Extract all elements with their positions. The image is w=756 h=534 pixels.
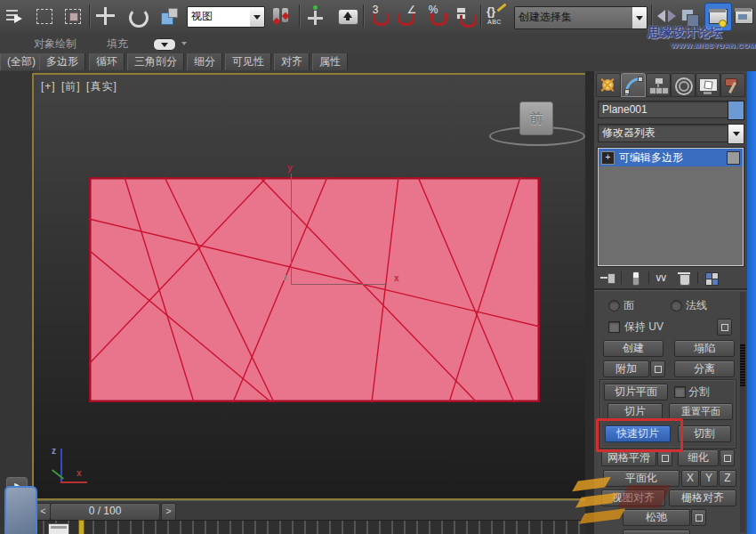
detach-button[interactable]: 分离: [674, 360, 735, 377]
tab-motion-icon[interactable]: [671, 73, 696, 97]
reference-coordinate-dropdown[interactable]: 视图: [187, 6, 265, 28]
named-selection-sets-icon[interactable]: {} ABC: [485, 4, 510, 28]
tab-modify-icon[interactable]: [621, 73, 646, 97]
stack-onoff-icon[interactable]: [727, 151, 740, 165]
stack-expand-icon[interactable]: +: [601, 151, 615, 165]
ribbon-populate[interactable]: 填充: [107, 36, 128, 52]
preserve-uv-settings-icon[interactable]: [717, 319, 732, 336]
tab-hierarchy-icon[interactable]: [646, 73, 671, 97]
modifier-list-arrow-icon[interactable]: [728, 124, 744, 144]
stack-item-editable-poly[interactable]: + 可编辑多边形: [599, 149, 743, 166]
viewport-menu-shading[interactable]: [真实]: [86, 80, 117, 93]
panel-scrollbar-thumb[interactable]: [740, 344, 745, 386]
snap-toggle-3-icon[interactable]: 3: [366, 4, 391, 28]
select-rotate-icon[interactable]: [125, 4, 149, 28]
view-align-button[interactable]: 视图对齐: [601, 490, 665, 506]
slice-plane-button[interactable]: 切片平面: [604, 384, 668, 400]
ribbon-object-paint[interactable]: 对象绘制: [34, 36, 76, 52]
remove-modifier-icon[interactable]: [676, 270, 692, 286]
clipped-button[interactable]: [623, 530, 690, 534]
planar-x-button[interactable]: X: [681, 470, 699, 487]
planar-y-button[interactable]: Y: [700, 470, 718, 487]
percent-snap-icon[interactable]: %: [423, 4, 448, 28]
tab-display-icon[interactable]: [696, 73, 720, 97]
prev-frame-button[interactable]: <: [36, 503, 51, 521]
tessellate-button[interactable]: 细化: [678, 449, 719, 466]
annotation-highlight-box: [596, 418, 683, 452]
select-by-name-icon[interactable]: [2, 4, 27, 28]
object-name-field[interactable]: Plane001: [598, 101, 729, 118]
select-move-icon[interactable]: [92, 4, 117, 28]
tab-loop[interactable]: 循环: [89, 53, 125, 70]
select-scale-icon[interactable]: [157, 4, 181, 28]
chevron-down-icon[interactable]: [250, 7, 264, 27]
select-manipulate-icon[interactable]: [303, 4, 328, 28]
constraint-normal-radio[interactable]: [671, 300, 682, 312]
modifier-stack: + 可编辑多边形: [598, 148, 744, 266]
tab-properties[interactable]: 属性: [312, 53, 348, 70]
tab-utilities-icon[interactable]: [720, 73, 745, 97]
plane-object[interactable]: [89, 177, 540, 402]
constraint-face-label: 面: [623, 299, 634, 312]
mini-curve-editor-icon[interactable]: [48, 523, 69, 534]
spinner-snap-icon[interactable]: [452, 4, 477, 28]
make-planar-button[interactable]: 平面化: [603, 470, 680, 487]
corner-blue-button[interactable]: [4, 486, 37, 534]
mirror-icon[interactable]: [655, 4, 680, 28]
split-checkbox[interactable]: [674, 386, 686, 398]
time-slider-marker[interactable]: [78, 520, 84, 534]
panel-divider: [594, 288, 747, 290]
angle-snap-icon[interactable]: ∠: [395, 4, 420, 28]
next-frame-button[interactable]: >: [161, 503, 176, 521]
rectangular-selection-icon[interactable]: [32, 4, 57, 28]
tab-visibility[interactable]: 可见性: [225, 53, 271, 70]
attach-settings-icon[interactable]: [650, 360, 665, 377]
viewport-front[interactable]: [+] [前] [真实] 前 y z x z x: [32, 73, 587, 500]
chevron-down-icon[interactable]: [181, 42, 187, 45]
show-end-result-icon[interactable]: [627, 270, 643, 286]
viewcube[interactable]: 前: [519, 101, 553, 135]
make-unique-icon[interactable]: ∨∨: [655, 270, 671, 286]
collapse-button[interactable]: 塌陷: [674, 340, 735, 357]
named-selection-dropdown[interactable]: 创建选择集: [514, 6, 647, 29]
viewport-menu-general[interactable]: [+]: [41, 80, 56, 93]
object-color-swatch[interactable]: [728, 101, 744, 120]
stack-toolbar: ∨∨: [599, 269, 742, 287]
cut-button[interactable]: 切割: [678, 425, 731, 442]
tab-align[interactable]: 对齐: [274, 53, 310, 70]
command-panel: Plane001 修改器列表 + 可编辑多边形 ∨∨: [594, 71, 747, 534]
pin-stack-icon[interactable]: [599, 270, 615, 286]
rendered-frame-icon[interactable]: [732, 3, 755, 29]
preserve-uv-checkbox[interactable]: [608, 321, 620, 333]
attach-button[interactable]: 附加: [603, 360, 649, 377]
configure-modifier-sets-icon[interactable]: [704, 270, 720, 286]
use-pivot-center-icon[interactable]: [269, 4, 294, 28]
relax-button[interactable]: 松弛: [623, 509, 690, 526]
tab-all[interactable]: (全部): [0, 53, 43, 70]
ribbon-minimize-icon[interactable]: [153, 38, 176, 51]
world-axis-x-label: x: [76, 468, 82, 478]
grid-align-button[interactable]: 栅格对齐: [669, 490, 736, 506]
constraint-face-radio[interactable]: [608, 300, 620, 312]
align-icon[interactable]: [678, 4, 703, 28]
panel-scrollbar[interactable]: [740, 292, 745, 532]
keyboard-override-icon[interactable]: [335, 4, 360, 28]
tab-subdivide[interactable]: 细分: [187, 53, 222, 70]
window-crossing-icon[interactable]: [60, 4, 85, 28]
planar-z-button[interactable]: Z: [719, 470, 736, 487]
tab-triangulate[interactable]: 三角剖分: [127, 53, 184, 70]
constraint-normal-label: 法线: [686, 299, 707, 312]
panel-gap: [585, 71, 594, 534]
create-button[interactable]: 创建: [603, 340, 664, 357]
modifier-list-dropdown[interactable]: 修改器列表: [598, 124, 731, 142]
relax-settings-icon[interactable]: [691, 509, 706, 526]
chevron-down-icon[interactable]: [632, 7, 647, 28]
tab-polygon[interactable]: 多边形: [39, 53, 85, 70]
time-slider[interactable]: 0 / 100: [50, 503, 160, 521]
viewport-menu-view[interactable]: [前]: [61, 80, 81, 93]
preserve-uv-label: 保持 UV: [624, 320, 664, 333]
render-setup-icon[interactable]: [704, 3, 732, 31]
local-axis-y-line: [291, 174, 292, 285]
tessellate-settings-icon[interactable]: [720, 449, 735, 466]
tab-create-icon[interactable]: [596, 73, 621, 97]
